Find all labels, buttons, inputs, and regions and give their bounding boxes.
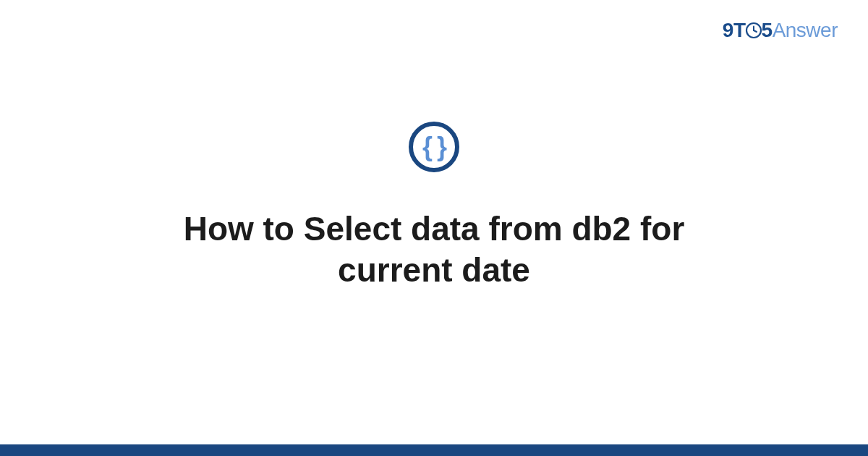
code-braces-glyph: { }	[422, 134, 446, 160]
footer-accent-bar	[0, 444, 868, 456]
main-content: { } How to Select data from db2 for curr…	[0, 0, 868, 456]
page-title: How to Select data from db2 for current …	[109, 208, 760, 292]
code-braces-icon: { }	[409, 122, 459, 172]
